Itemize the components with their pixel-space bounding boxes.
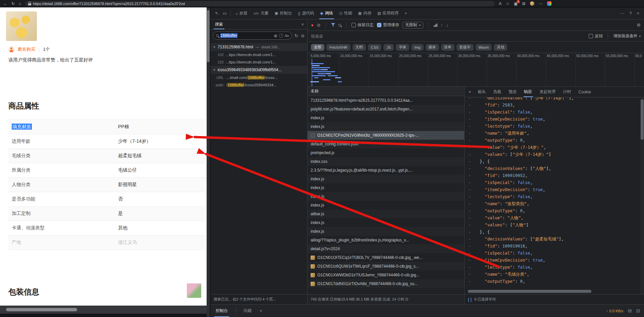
fold-marker-icon[interactable]: - (465, 179, 475, 186)
preserve-log-checkbox[interactable] (352, 23, 356, 27)
search-tab[interactable]: 搜索 (214, 19, 224, 29)
regex-toggle-icon[interactable]: .* (279, 34, 283, 38)
back-icon[interactable]: ← (3, 2, 7, 6)
drawer-tab-issues[interactable]: 问题 (242, 305, 253, 317)
filter-icon[interactable] (331, 23, 335, 27)
favorite-star-icon[interactable]: ☆ (506, 2, 509, 6)
invert-checkbox[interactable] (589, 34, 593, 38)
response-tab-标头[interactable]: 标头 (475, 87, 489, 97)
device-toolbar-icon[interactable]: ▭ (221, 11, 229, 16)
search-close-icon[interactable]: × (301, 22, 304, 27)
devtools-tab-welcome[interactable]: ⌂欢迎 (232, 7, 251, 19)
request-row[interactable]: index.js (308, 192, 464, 201)
fold-marker-icon[interactable]: - (465, 172, 475, 179)
devtools-close-icon[interactable]: × (637, 11, 639, 16)
devtools-help-icon[interactable]: ? (629, 11, 632, 16)
response-vertical-scrollbar[interactable] (640, 97, 644, 294)
network-search-icon[interactable] (338, 24, 341, 27)
fold-marker-icon[interactable]: - (465, 108, 475, 116)
devtools-tab-more-tabs[interactable]: + (402, 7, 410, 19)
devtools-tab-performance[interactable]: ◷性能 (336, 7, 355, 19)
record-button[interactable]: ● (311, 22, 314, 28)
fold-marker-icon[interactable]: - (465, 200, 475, 207)
request-row[interactable]: index.js (308, 218, 464, 227)
filter-chip-Img[interactable]: Img (411, 44, 423, 51)
request-row[interactable]: 2.3.5/??fmd.js,legacy.js,@ali/lib-mtop.j… (308, 166, 464, 175)
fold-marker-icon[interactable]: - (465, 221, 475, 228)
fold-marker-icon[interactable]: - (465, 242, 475, 250)
fold-marker-icon[interactable]: - (465, 151, 475, 158)
request-row[interactable]: index.js (308, 227, 464, 236)
collections-icon[interactable]: ▣ 1 (514, 2, 518, 6)
inspect-element-icon[interactable]: ↖ (213, 11, 221, 16)
fold-marker-icon[interactable]: - (465, 165, 475, 172)
export-har-icon[interactable]: ↓ (446, 22, 448, 28)
fold-marker-icon[interactable]: - (465, 193, 475, 200)
extensions-icon[interactable]: ⊞ (522, 2, 525, 6)
import-har-icon[interactable]: ↑ (441, 22, 443, 28)
fold-marker-icon[interactable]: - (465, 186, 475, 193)
filter-chip-媒体[interactable]: 媒体 (426, 44, 439, 51)
dock-layout-icon-2[interactable]: ⊡ (636, 308, 640, 313)
address-bar[interactable]: https://detail.1688.com/offer/7133125966… (25, 1, 495, 6)
fold-marker-icon[interactable]: - (465, 137, 475, 144)
request-row[interactable]: 713312596678.html?spm=a2615.2177701.0.0.… (308, 96, 464, 105)
format-json-icon[interactable]: { } (468, 297, 472, 302)
fold-marker-icon[interactable]: - (465, 271, 475, 278)
clear-network-log-icon[interactable]: ⊘ (317, 22, 321, 28)
home-icon[interactable]: ⌂ (19, 2, 21, 6)
devtools-tab-console[interactable]: ▣控制台 (272, 7, 295, 19)
devtools-tab-elements[interactable]: </>元素 (251, 7, 272, 19)
clear-query-icon[interactable]: ⊗ (274, 33, 277, 38)
drawer-tab-console[interactable]: 控制台 (214, 305, 229, 317)
filter-chip-清单[interactable]: 清单 (441, 44, 454, 51)
profile-avatar[interactable] (530, 1, 534, 6)
read-aloud-icon[interactable]: A (499, 2, 501, 6)
request-row[interactable]: alibar.js (308, 210, 464, 218)
page-horizontal-scrollbar-thumb[interactable] (6, 308, 77, 311)
dock-layout-icon-1[interactable]: ⊟ (628, 308, 632, 313)
request-row[interactable]: index.js (308, 122, 464, 131)
filter-input[interactable] (311, 34, 585, 39)
fold-marker-icon[interactable]: - (465, 207, 475, 214)
fold-marker-icon[interactable]: - (465, 97, 475, 101)
fold-marker-icon[interactable]: - (465, 214, 475, 221)
request-row[interactable]: O1CN01XWWDbD1irTlUSJwmc_!!988744466-0-ci… (308, 271, 464, 279)
response-tab-预览[interactable]: 预览 (505, 87, 520, 97)
requests-name-column-header[interactable]: 名称 (308, 87, 464, 96)
request-row[interactable]: polyfill.min.js?features=default,es2017,… (308, 105, 464, 114)
fold-marker-icon[interactable]: - (465, 101, 475, 108)
filter-chip-JS[interactable]: JS (383, 44, 394, 51)
search-result-file[interactable]: ▼713312596678.html—detail.168... (210, 43, 307, 51)
fold-marker-icon[interactable]: - (465, 158, 475, 165)
request-row[interactable]: preInjected.js (308, 148, 464, 157)
fold-marker-icon[interactable]: - (465, 278, 475, 285)
request-row[interactable]: index.js (308, 114, 464, 122)
response-tab-计时[interactable]: 计时 (560, 87, 575, 97)
request-row[interactable]: detail.js?v=2024 (308, 244, 464, 253)
fold-marker-icon[interactable]: - (465, 123, 475, 130)
network-conditions-icon[interactable] (434, 23, 437, 27)
response-tab-响应[interactable]: 响应 (521, 87, 536, 97)
fold-marker-icon[interactable]: - (465, 257, 475, 264)
devtools-more-icon[interactable]: ⋯ (620, 11, 624, 16)
search-result-match[interactable]: :path:/1688offer/icoss359649334... (210, 81, 307, 89)
network-settings-gear-icon[interactable]: ⚙ (637, 22, 641, 28)
match-case-toggle-icon[interactable]: Aa (285, 34, 289, 38)
close-icon[interactable]: × (466, 89, 474, 94)
search-result-match[interactable]: 102...ttps://itemcdn.tmall.com/1... (210, 51, 307, 58)
page-horizontal-scrollbar[interactable] (0, 306, 207, 314)
page-vertical-scrollbar-thumb[interactable] (207, 10, 210, 62)
refresh-icon[interactable]: ↻ (11, 2, 15, 6)
response-tab-负载[interactable]: 负载 (490, 87, 505, 97)
filter-chip-字体[interactable]: 字体 (396, 44, 409, 51)
request-row[interactable]: alilog/??/aplus_plugin_b2bfront/index.js… (308, 236, 464, 244)
devtools-tab-memory[interactable]: ▦内存 (355, 7, 374, 19)
filter-chip-其他[interactable]: 其他 (494, 44, 507, 51)
request-row[interactable]: default_config.content.json (308, 140, 464, 148)
devtools-tab-application[interactable]: ▧应用程序 (374, 7, 401, 19)
filter-chip-Fetch/XHR[interactable]: Fetch/XHR (326, 44, 351, 51)
filter-chip-Wasm[interactable]: Wasm (476, 44, 492, 51)
browser-more-icon[interactable]: ⋯ (539, 2, 543, 6)
request-row[interactable]: index.js (308, 175, 464, 183)
